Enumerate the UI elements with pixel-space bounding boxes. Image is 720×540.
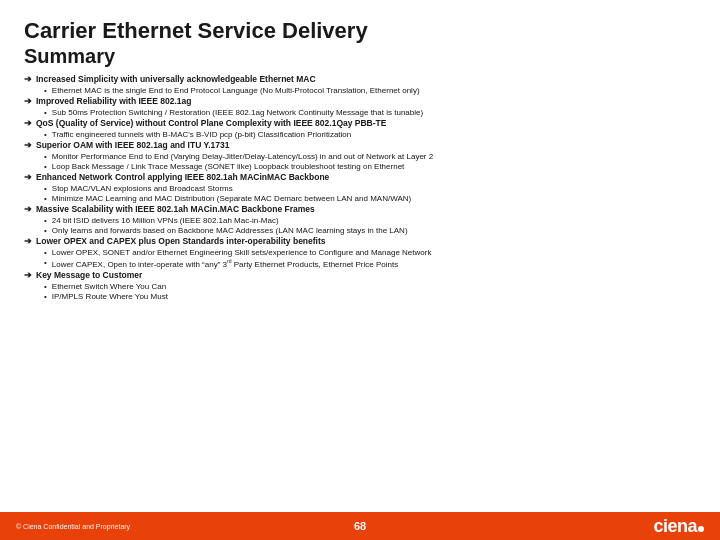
- dot-icon: •: [44, 226, 47, 235]
- sub-bullet-8-1: •IP/MPLS Route Where You Must: [44, 292, 696, 301]
- main-bullet-text: Enhanced Network Control applying IEEE 8…: [36, 172, 329, 182]
- main-bullet-text: Increased Simplicity with universally ac…: [36, 74, 316, 84]
- sub-bullet-6-0: •24 bit ISID delivers 16 Million VPNs (I…: [44, 216, 696, 225]
- arrow-icon: ➔: [24, 74, 32, 84]
- main-bullet-1: ➔Increased Simplicity with universally a…: [24, 74, 696, 84]
- sub-bullet-text: Ethernet Switch Where You Can: [52, 282, 166, 291]
- main-bullet-7: ➔Lower OPEX and CAPEX plus Open Standard…: [24, 236, 696, 246]
- arrow-icon: ➔: [24, 140, 32, 150]
- sub-bullet-3-0: •Traffic engineered tunnels with B-MAC's…: [44, 130, 696, 139]
- sub-bullet-5-0: •Stop MAC/VLAN explosions and Broadcast …: [44, 184, 696, 193]
- dot-icon: •: [44, 282, 47, 291]
- dot-icon: •: [44, 86, 47, 95]
- main-title: Carrier Ethernet Service Delivery: [24, 18, 696, 44]
- sub-bullet-6-1: •Only learns and forwards based on Backb…: [44, 226, 696, 235]
- main-bullet-8: ➔Key Message to Customer: [24, 270, 696, 280]
- sub-bullet-4-0: •Monitor Performance End to End (Varying…: [44, 152, 696, 161]
- arrow-icon: ➔: [24, 204, 32, 214]
- sub-bullet-7-1: •Lower CAPEX, Open to inter-operate with…: [44, 258, 696, 269]
- sub-bullet-text: Minimize MAC Learning and MAC Distributi…: [52, 194, 411, 203]
- dot-icon: •: [44, 130, 47, 139]
- sub-bullet-text: Ethernet MAC is the single End to End Pr…: [52, 86, 420, 95]
- sub-bullet-text: IP/MPLS Route Where You Must: [52, 292, 168, 301]
- dot-icon: •: [44, 216, 47, 225]
- sub-bullet-8-0: •Ethernet Switch Where You Can: [44, 282, 696, 291]
- main-bullet-text: Lower OPEX and CAPEX plus Open Standards…: [36, 236, 326, 246]
- ciena-logo: ciena: [653, 516, 704, 537]
- page-number: 68: [354, 520, 366, 532]
- main-bullet-2: ➔Improved Reliability with IEEE 802.1ag: [24, 96, 696, 106]
- dot-icon: •: [44, 194, 47, 203]
- main-bullet-6: ➔Massive Scalability with IEEE 802.1ah M…: [24, 204, 696, 214]
- main-bullet-3: ➔QoS (Quality of Service) without Contro…: [24, 118, 696, 128]
- sub-bullet-text: Loop Back Message / Link Trace Message (…: [52, 162, 405, 171]
- sub-bullet-text: Traffic engineered tunnels with B-MAC's …: [52, 130, 351, 139]
- main-bullet-text: Improved Reliability with IEEE 802.1ag: [36, 96, 191, 106]
- arrow-icon: ➔: [24, 118, 32, 128]
- sub-bullet-2-0: •Sub 50ms Protection Switching / Restora…: [44, 108, 696, 117]
- dot-icon: •: [44, 108, 47, 117]
- ciena-text: ciena: [653, 516, 697, 537]
- sub-bullet-text: Monitor Performance End to End (Varying …: [52, 152, 433, 161]
- arrow-icon: ➔: [24, 96, 32, 106]
- main-bullet-4: ➔Superior OAM with IEEE 802.1ag and ITU …: [24, 140, 696, 150]
- main-bullet-text: Superior OAM with IEEE 802.1ag and ITU Y…: [36, 140, 230, 150]
- sub-bullet-text: Lower CAPEX, Open to inter-operate with …: [52, 258, 398, 269]
- main-bullet-text: Key Message to Customer: [36, 270, 142, 280]
- main-bullet-5: ➔Enhanced Network Control applying IEEE …: [24, 172, 696, 182]
- dot-icon: •: [44, 248, 47, 257]
- sub-bullet-1-0: •Ethernet MAC is the single End to End P…: [44, 86, 696, 95]
- sub-bullet-5-1: •Minimize MAC Learning and MAC Distribut…: [44, 194, 696, 203]
- sub-bullet-text: Sub 50ms Protection Switching / Restorat…: [52, 108, 423, 117]
- sub-bullet-4-1: •Loop Back Message / Link Trace Message …: [44, 162, 696, 171]
- footer: © Ciena Confidential and Proprietary 68 …: [0, 512, 720, 540]
- sub-title: Summary: [24, 44, 696, 68]
- dot-icon: •: [44, 162, 47, 171]
- dot-icon: •: [44, 152, 47, 161]
- content-area: ➔Increased Simplicity with universally a…: [24, 74, 696, 301]
- sub-bullet-text: Only learns and forwards based on Backbo…: [52, 226, 408, 235]
- arrow-icon: ➔: [24, 270, 32, 280]
- dot-icon: •: [44, 184, 47, 193]
- sub-bullet-text: Stop MAC/VLAN explosions and Broadcast S…: [52, 184, 233, 193]
- sub-bullet-7-0: •Lower OPEX, SONET and/or Ethernet Engin…: [44, 248, 696, 257]
- dot-icon: •: [44, 292, 47, 301]
- arrow-icon: ➔: [24, 172, 32, 182]
- ciena-dot: [698, 526, 704, 532]
- logo-area: ciena: [653, 516, 704, 537]
- dot-icon: •: [44, 258, 47, 267]
- arrow-icon: ➔: [24, 236, 32, 246]
- copyright-text: © Ciena Confidential and Proprietary: [16, 523, 130, 530]
- main-bullet-text: Massive Scalability with IEEE 802.1ah MA…: [36, 204, 315, 214]
- slide: Carrier Ethernet Service Delivery Summar…: [0, 0, 720, 540]
- title-block: Carrier Ethernet Service Delivery Summar…: [24, 18, 696, 68]
- sub-bullet-text: Lower OPEX, SONET and/or Ethernet Engine…: [52, 248, 432, 257]
- main-bullet-text: QoS (Quality of Service) without Control…: [36, 118, 386, 128]
- sub-bullet-text: 24 bit ISID delivers 16 Million VPNs (IE…: [52, 216, 279, 225]
